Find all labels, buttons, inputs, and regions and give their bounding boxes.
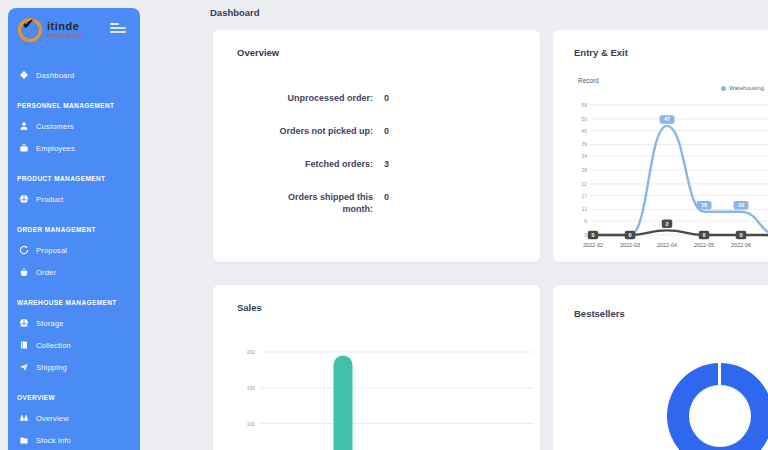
overview-row-label: Fetched orders: (268, 158, 373, 170)
bestsellers-card-title: Bestsellers (574, 308, 625, 319)
sales-card: Sales 200150100 (213, 285, 540, 450)
sidebar-item-employees[interactable]: Employees (8, 137, 140, 159)
logo[interactable]: ✔ itinde www.itinde.com (8, 8, 140, 54)
svg-text:28: 28 (581, 167, 587, 173)
svg-text:0: 0 (584, 232, 587, 238)
svg-text:6: 6 (584, 218, 587, 224)
sidebar-section-header: WAREHOUSE MANAGEMENT (17, 296, 140, 309)
sidebar-item-customers[interactable]: Customers (8, 115, 140, 137)
sidebar-section-header: PRODUCT MANAGEMENT (17, 172, 140, 185)
svg-text:22: 22 (581, 181, 587, 187)
svg-text:0: 0 (702, 232, 705, 238)
sidebar-item-order[interactable]: Order (8, 261, 140, 283)
overview-row: Unprocessed order:0 (213, 92, 540, 104)
overview-row: Orders not picked up:0 (213, 125, 540, 137)
overview-row-value: 3 (384, 158, 389, 170)
svg-text:50: 50 (581, 116, 587, 122)
overview-row: Fetched orders:3 (213, 158, 540, 170)
overview-rows: Unprocessed order:0Orders not picked up:… (213, 92, 540, 236)
entry-exit-card: Entry & Exit Record Warehousing 06111722… (553, 30, 768, 262)
customers-icon (19, 121, 29, 131)
sidebar-nav: DashboardPERSONNEL MANAGEMENTCustomersEm… (8, 64, 140, 450)
sidebar-section-header: ORDER MANAGEMENT (17, 223, 140, 236)
svg-text:17: 17 (581, 193, 587, 199)
menu-toggle-icon[interactable] (110, 23, 128, 36)
bestsellers-card: Bestsellers (553, 285, 768, 450)
svg-text:2022-03: 2022-03 (620, 242, 640, 248)
overview-card-title: Overview (237, 47, 279, 58)
svg-text:100: 100 (247, 421, 256, 427)
svg-text:150: 150 (247, 385, 256, 391)
overview-row-label: Orders shipped this month: (268, 191, 373, 215)
sidebar-item-stock-info[interactable]: Stock info (8, 429, 140, 450)
sidebar-item-label: Customers (36, 122, 74, 131)
svg-text:45: 45 (581, 128, 587, 134)
overview-card: Overview Unprocessed order:0Orders not p… (213, 30, 540, 262)
donut-divider (718, 363, 721, 386)
sidebar-item-label: Shipping (36, 363, 67, 372)
sidebar-section-header: OVERVIEW (17, 391, 140, 404)
storage-icon (19, 318, 29, 328)
sidebar-item-label: Employees (36, 144, 75, 153)
sales-bar-chart: 200150100 (213, 285, 540, 450)
svg-text:47: 47 (664, 116, 670, 122)
sidebar-item-label: Collection (36, 341, 71, 350)
sidebar-item-overview[interactable]: Overview (8, 407, 140, 429)
svg-text:56: 56 (581, 102, 587, 108)
sidebar-item-label: Storage (36, 319, 64, 328)
proposal-icon (19, 245, 29, 255)
overview-row-label: Orders not picked up: (268, 125, 373, 137)
sidebar-item-label: Dashboard (36, 71, 75, 80)
svg-text:10: 10 (701, 202, 707, 208)
svg-text:2022-06: 2022-06 (731, 242, 751, 248)
entry-exit-line-chart: 061117222834394550562022-022022-032022-0… (553, 30, 768, 262)
stock-info-icon (19, 435, 29, 445)
svg-text:39: 39 (581, 141, 587, 147)
dashboard-icon (19, 70, 29, 80)
overview-row-value: 0 (384, 191, 389, 203)
overview-row-value: 0 (384, 92, 389, 104)
sidebar-item-label: Product (36, 195, 63, 204)
svg-text:0: 0 (591, 232, 594, 238)
sidebar-item-proposal[interactable]: Proposal (8, 239, 140, 261)
svg-text:2022-05: 2022-05 (694, 242, 714, 248)
sidebar-item-label: Overview (36, 414, 69, 423)
employees-icon (19, 143, 29, 153)
shipping-icon (19, 362, 29, 372)
svg-text:34: 34 (581, 153, 587, 159)
sidebar-item-storage[interactable]: Storage (8, 312, 140, 334)
sidebar-item-label: Order (36, 268, 56, 277)
logo-text: itinde (47, 20, 82, 32)
product-icon (19, 194, 29, 204)
page-title: Dashboard (210, 7, 260, 18)
overview-row: Orders shipped this month:0 (213, 191, 540, 215)
overview-row-value: 0 (384, 125, 389, 137)
svg-text:200: 200 (247, 349, 256, 355)
sidebar-item-shipping[interactable]: Shipping (8, 356, 140, 378)
sidebar-item-label: Proposal (36, 246, 67, 255)
svg-text:10: 10 (738, 202, 744, 208)
svg-text:0: 0 (739, 232, 742, 238)
order-icon (19, 267, 29, 277)
sidebar-item-product[interactable]: Product (8, 188, 140, 210)
sidebar: ✔ itinde www.itinde.com DashboardPERSONN… (8, 8, 140, 450)
collection-icon (19, 340, 29, 350)
logo-text-block: itinde www.itinde.com (47, 18, 82, 38)
logo-subtext: www.itinde.com (47, 33, 82, 38)
sidebar-item-collection[interactable]: Collection (8, 334, 140, 356)
sidebar-item-label: Stock info (36, 436, 71, 445)
svg-text:2022-02: 2022-02 (583, 242, 603, 248)
sidebar-section-header: PERSONNEL MANAGEMENT (17, 99, 140, 112)
overview-icon (19, 413, 29, 423)
logo-check-icon: ✔ (18, 18, 42, 42)
svg-text:11: 11 (582, 206, 587, 212)
overview-row-label: Unprocessed order: (268, 92, 373, 104)
svg-text:2022-04: 2022-04 (657, 242, 677, 248)
sidebar-item-dashboard[interactable]: Dashboard (8, 64, 140, 86)
bestsellers-donut-chart (667, 363, 768, 450)
svg-text:0: 0 (628, 232, 631, 238)
svg-text:2: 2 (665, 221, 668, 227)
